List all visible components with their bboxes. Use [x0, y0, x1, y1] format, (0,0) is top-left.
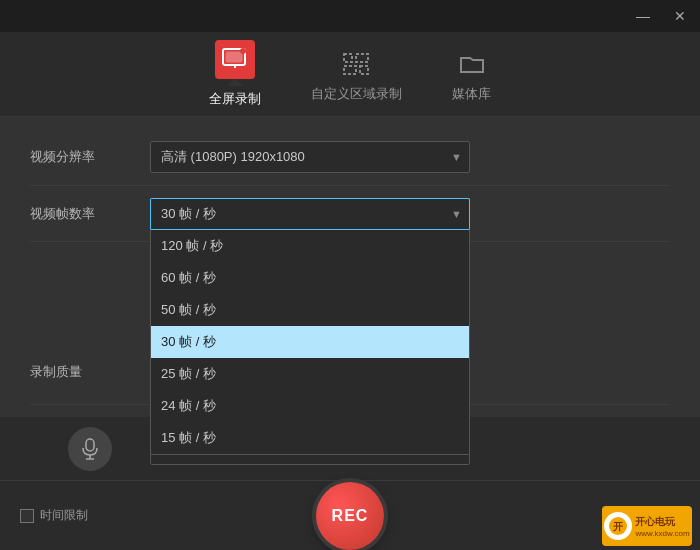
- svg-point-4: [240, 48, 246, 54]
- custom-area-icon: [336, 47, 376, 81]
- resolution-select[interactable]: 高清 (1080P) 1920x1080: [150, 141, 470, 173]
- time-limit-checkbox[interactable]: [20, 509, 34, 523]
- close-button[interactable]: ✕: [668, 6, 692, 26]
- framerate-label: 视频帧数率: [30, 205, 150, 223]
- media-library-icon: [452, 47, 492, 81]
- framerate-row: 视频帧数率 30 帧 / 秒 ▼ 120 帧 / 秒 60 帧 / 秒 50 帧…: [30, 186, 670, 242]
- title-bar: — ✕: [0, 0, 700, 32]
- nav-label-fullscreen: 全屏录制: [209, 90, 261, 108]
- top-nav: 全屏录制 自定义区域录制 媒体库: [0, 32, 700, 117]
- watermark-url: www.kxdw.com: [635, 529, 689, 538]
- framerate-option-25[interactable]: 25 帧 / 秒: [151, 358, 469, 390]
- framerate-dropdown-list: 120 帧 / 秒 60 帧 / 秒 50 帧 / 秒 30 帧 / 秒 25 …: [150, 229, 470, 455]
- framerate-option-24[interactable]: 24 帧 / 秒: [151, 390, 469, 422]
- time-limit-section: 时间限制: [20, 507, 88, 524]
- framerate-option-120[interactable]: 120 帧 / 秒: [151, 230, 469, 262]
- settings-panel: 视频分辨率 高清 (1080P) 1920x1080 ▼ 视频帧数率 30 帧 …: [0, 117, 700, 417]
- nav-label-custom: 自定义区域录制: [311, 85, 402, 103]
- microphone-icon: [81, 438, 99, 460]
- framerate-control: 30 帧 / 秒 ▼ 120 帧 / 秒 60 帧 / 秒 50 帧 / 秒 3…: [150, 198, 670, 229]
- svg-text:开: 开: [612, 521, 624, 532]
- bottom-bar: 时间限制 REC 开 开心电玩 www.kxdw.com: [0, 480, 700, 550]
- nav-item-media[interactable]: 媒体库: [452, 47, 492, 103]
- time-limit-label: 时间限制: [40, 507, 88, 524]
- main-content: 视频分辨率 高清 (1080P) 1920x1080 ▼ 视频帧数率 30 帧 …: [0, 117, 700, 417]
- microphone-icon-circle: [68, 427, 112, 471]
- svg-rect-10: [86, 439, 94, 451]
- watermark-text: 开心电玩 www.kxdw.com: [635, 515, 689, 538]
- watermark: 开 开心电玩 www.kxdw.com: [602, 506, 692, 546]
- watermark-name: 开心电玩: [635, 515, 689, 529]
- framerate-option-15[interactable]: 15 帧 / 秒: [151, 422, 469, 454]
- framerate-option-60[interactable]: 60 帧 / 秒: [151, 262, 469, 294]
- svg-rect-6: [356, 54, 368, 62]
- resolution-label: 视频分辨率: [30, 148, 150, 166]
- nav-item-custom[interactable]: 自定义区域录制: [311, 47, 402, 103]
- minimize-button[interactable]: —: [630, 6, 656, 26]
- resolution-select-wrapper: 高清 (1080P) 1920x1080 ▼: [150, 141, 470, 173]
- svg-rect-7: [344, 66, 356, 74]
- framerate-option-50[interactable]: 50 帧 / 秒: [151, 294, 469, 326]
- fullscreen-icon: [215, 42, 255, 76]
- rec-button[interactable]: REC: [316, 482, 384, 550]
- nav-item-fullscreen[interactable]: 全屏录制: [209, 42, 261, 108]
- framerate-select-wrapper: 30 帧 / 秒 ▼ 120 帧 / 秒 60 帧 / 秒 50 帧 / 秒 3…: [150, 198, 470, 229]
- framerate-option-30[interactable]: 30 帧 / 秒: [151, 326, 469, 358]
- watermark-icon: 开: [608, 516, 628, 536]
- resolution-row: 视频分辨率 高清 (1080P) 1920x1080 ▼: [30, 129, 670, 186]
- nav-label-media: 媒体库: [452, 85, 491, 103]
- framerate-select[interactable]: 30 帧 / 秒: [150, 198, 470, 229]
- nav-arrow-fullscreen: [227, 78, 243, 86]
- svg-rect-5: [344, 54, 352, 62]
- svg-rect-1: [226, 52, 242, 62]
- svg-rect-8: [360, 66, 368, 74]
- microphone-icon-cell: [30, 427, 150, 471]
- quality-label: 录制质量: [30, 363, 150, 381]
- watermark-logo: 开: [604, 512, 632, 540]
- resolution-control: 高清 (1080P) 1920x1080 ▼: [150, 141, 670, 173]
